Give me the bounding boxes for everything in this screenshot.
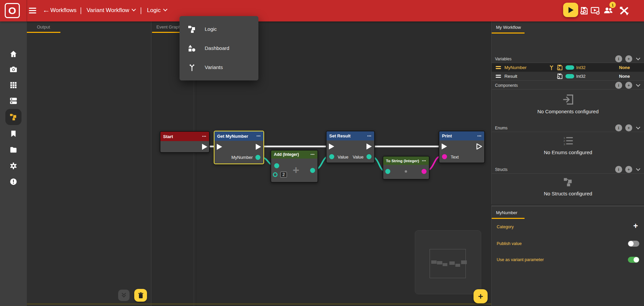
exec-in-pin[interactable]	[216, 143, 222, 150]
collapse-chevron-icon[interactable]	[636, 82, 640, 87]
variant-parameter-label: Use as variant parameter	[497, 257, 544, 262]
info-icon[interactable]: i	[615, 82, 622, 89]
node-start[interactable]: Start •••	[160, 131, 210, 153]
workflows-schema-icon[interactable]	[10, 113, 17, 121]
canvas-bottom-edge	[27, 303, 491, 305]
info-icon[interactable]: i	[615, 166, 622, 173]
variable-row-mynumber[interactable]: MyNumber Int32 None	[492, 63, 644, 72]
breadcrumb-separator	[81, 7, 81, 14]
variant-parameter-toggle[interactable]	[628, 257, 639, 263]
breadcrumb-workflows[interactable]: Workflows	[50, 7, 77, 14]
menu-item-label: Dashboard	[205, 45, 229, 51]
runtime-view-icon[interactable]	[591, 6, 600, 15]
variable-value: None	[619, 74, 630, 79]
node-get-mynumber[interactable]: Get MyNumber ••• MyNumber	[214, 131, 264, 164]
publish-value-toggle[interactable]	[628, 241, 639, 247]
tab-my-workflow[interactable]: My Workflow	[496, 25, 521, 30]
trash-icon	[138, 292, 144, 299]
node-more-icon[interactable]: •••	[311, 153, 315, 156]
back-arrow-icon[interactable]: ←	[43, 6, 50, 14]
menu-item-variants[interactable]: Variants	[180, 58, 258, 77]
menu-icon[interactable]	[29, 8, 36, 14]
svg-text:2: 2	[563, 139, 565, 142]
bookmark-icon[interactable]	[10, 130, 17, 137]
drag-handle-icon[interactable]	[496, 66, 501, 70]
collapse-chevron-icon[interactable]	[636, 56, 640, 60]
collapse-chevron-icon[interactable]	[636, 125, 640, 129]
node-more-icon[interactable]: •••	[202, 135, 206, 138]
default-value-box[interactable]: 2	[280, 172, 287, 178]
add-node-button[interactable]: +	[474, 289, 488, 303]
add-variable-button[interactable]: +	[625, 55, 632, 62]
data-in-port[interactable]	[329, 154, 334, 159]
app-logo[interactable]: O	[5, 3, 20, 18]
drag-handle-icon[interactable]	[496, 75, 501, 79]
run-workflow-button[interactable]	[563, 3, 578, 17]
section-label: Enums	[495, 126, 615, 130]
collapse-chevron-icon[interactable]	[636, 167, 640, 171]
breadcrumb-separator	[141, 7, 141, 14]
my-workflow-tab-underline	[492, 33, 525, 34]
clear-output-button[interactable]	[134, 289, 147, 302]
section-label: Structs	[495, 167, 615, 172]
exec-out-pin-unconnected[interactable]	[476, 143, 482, 150]
data-out-port[interactable]	[422, 169, 427, 174]
node-to-string[interactable]: To String (Integer) •••	[383, 156, 430, 180]
exec-out-pin[interactable]	[202, 143, 208, 150]
scroll-to-bottom-button[interactable]	[118, 290, 130, 301]
node-title: Start	[163, 134, 173, 139]
settings-gear-icon[interactable]	[10, 162, 17, 170]
numbered-list-icon: 123	[563, 136, 573, 145]
menu-item-logic[interactable]: Logic	[180, 19, 258, 39]
workflow-name-dropdown[interactable]: Variant Workflow	[87, 7, 135, 14]
add-struct-button[interactable]: +	[625, 166, 632, 173]
save-workflow-icon[interactable]	[580, 6, 589, 15]
structs-empty-state: No Structs configured	[492, 177, 644, 196]
camera-icon[interactable]	[10, 66, 17, 73]
type-indicator-pill[interactable]	[565, 74, 574, 78]
output-tab-underline	[27, 32, 60, 33]
data-out-port[interactable]	[310, 168, 315, 173]
exec-out-pin[interactable]	[366, 143, 372, 150]
tab-output[interactable]: Output	[37, 24, 50, 29]
dns-icon[interactable]	[10, 97, 17, 105]
node-set-result[interactable]: Set Result ••• Value Value	[326, 131, 375, 163]
folder-icon[interactable]	[10, 146, 17, 154]
data-in-port[interactable]	[442, 154, 447, 159]
add-component-button[interactable]: +	[625, 82, 632, 89]
info-icon[interactable]: i	[615, 55, 622, 62]
data-out-port[interactable]	[366, 154, 371, 159]
topbar-seam	[27, 0, 27, 21]
input-port-label: Text	[451, 155, 459, 160]
tab-event-graph[interactable]: Event Graph	[156, 24, 181, 29]
add-enum-button[interactable]: +	[625, 124, 632, 131]
exec-in-pin[interactable]	[441, 143, 447, 150]
home-icon[interactable]	[10, 50, 17, 58]
view-dropdown[interactable]: Logic	[147, 7, 167, 14]
node-print[interactable]: Print ••• Text	[439, 131, 485, 163]
variable-type: Int32	[576, 65, 586, 70]
apps-grid-icon[interactable]	[10, 81, 17, 89]
node-more-icon[interactable]: •••	[257, 134, 261, 138]
menu-item-dashboard[interactable]: Dashboard	[180, 39, 258, 58]
exec-out-pin[interactable]	[255, 143, 261, 150]
svg-text:1: 1	[563, 136, 565, 139]
tab-mynumber[interactable]: MyNumber	[496, 210, 517, 215]
error-icon[interactable]	[10, 178, 17, 185]
node-more-icon[interactable]: •••	[422, 159, 426, 163]
data-in-port[interactable]	[385, 169, 390, 174]
exec-in-pin[interactable]	[329, 143, 335, 150]
node-more-icon[interactable]: •••	[478, 134, 482, 138]
data-out-port[interactable]	[255, 155, 260, 160]
minimap[interactable]	[415, 230, 481, 294]
variable-row-result[interactable]: Result Int32 None	[492, 72, 644, 80]
node-add-integer[interactable]: Add (Integer) ••• 2 +	[270, 150, 318, 183]
build-tools-icon[interactable]	[619, 6, 629, 16]
variable-inspector-panel: MyNumber Category + Publish value Use as…	[491, 205, 644, 306]
type-indicator-pill[interactable]	[565, 65, 574, 70]
data-in-port-b[interactable]	[273, 172, 278, 177]
node-more-icon[interactable]: •••	[367, 134, 371, 138]
add-category-button[interactable]: +	[633, 221, 638, 231]
info-icon[interactable]: i	[615, 124, 622, 131]
data-in-port-a[interactable]	[274, 163, 279, 168]
